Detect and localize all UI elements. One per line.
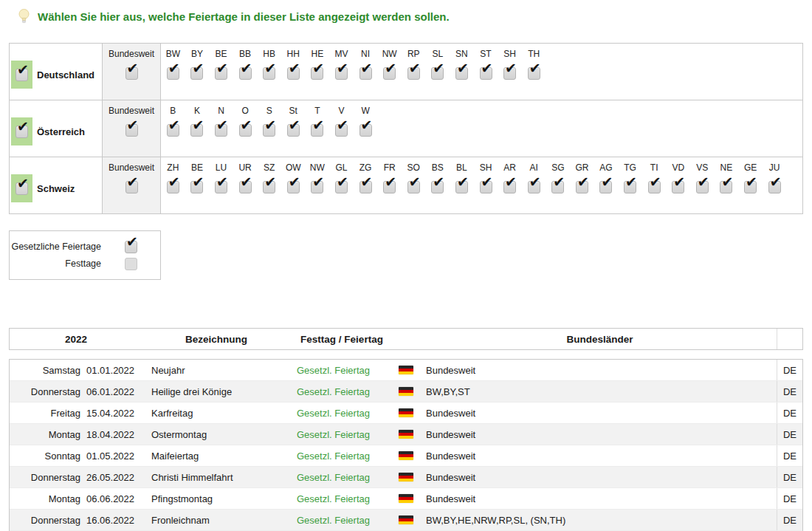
region-checkbox[interactable]: ✔ xyxy=(359,67,372,80)
check-icon: ✔ xyxy=(409,61,421,75)
option-checkbox[interactable] xyxy=(125,258,137,270)
region-checkbox[interactable]: ✔ xyxy=(239,124,252,137)
region-checkbox[interactable]: ✔ xyxy=(263,67,275,80)
region-checkbox[interactable]: ✔ xyxy=(624,181,636,193)
check-icon: ✔ xyxy=(127,61,139,75)
region-checkbox[interactable]: ✔ xyxy=(768,181,781,193)
region-checkbox[interactable]: ✔ xyxy=(744,181,757,193)
region-label: W xyxy=(361,106,369,116)
region-checkbox[interactable]: ✔ xyxy=(528,181,540,193)
country-checkbox[interactable]: ✔ xyxy=(16,182,28,195)
region-checkbox[interactable]: ✔ xyxy=(239,67,252,80)
region-checkbox[interactable]: ✔ xyxy=(431,67,444,80)
country-checkbox[interactable]: ✔ xyxy=(16,69,28,81)
region-cell: LU✔ xyxy=(209,162,233,213)
region-checkbox[interactable]: ✔ xyxy=(335,67,348,80)
region-label: BE xyxy=(191,162,203,173)
region-checkbox[interactable]: ✔ xyxy=(480,67,492,80)
region-checkbox[interactable]: ✔ xyxy=(503,181,516,193)
region-checkbox[interactable]: ✔ xyxy=(551,181,564,193)
region-checkbox[interactable]: ✔ xyxy=(503,67,516,80)
region-label: TH xyxy=(528,49,540,59)
country-cell: ✔Deutschland xyxy=(10,44,103,100)
region-checkbox[interactable]: ✔ xyxy=(696,181,709,193)
check-icon: ✔ xyxy=(481,61,493,75)
region-checkbox[interactable]: ✔ xyxy=(215,67,227,80)
holiday-country-code: DE xyxy=(777,424,802,445)
holiday-date: 06.01.2022 xyxy=(86,386,145,397)
region-checkbox[interactable]: ✔ xyxy=(263,181,275,193)
region-checkbox[interactable]: ✔ xyxy=(455,67,468,80)
bundesweit-checkbox[interactable]: ✔ xyxy=(125,67,138,80)
region-checkbox[interactable]: ✔ xyxy=(359,124,372,137)
check-icon: ✔ xyxy=(529,175,541,189)
check-icon: ✔ xyxy=(126,235,138,249)
region-label: O xyxy=(241,106,248,116)
region-checkbox[interactable]: ✔ xyxy=(311,124,323,137)
region-checkbox[interactable]: ✔ xyxy=(407,181,420,193)
region-checkbox[interactable]: ✔ xyxy=(335,181,348,193)
region-checkbox[interactable]: ✔ xyxy=(311,67,323,80)
holiday-weekday: Sonntag xyxy=(10,451,80,462)
region-checkbox[interactable]: ✔ xyxy=(599,181,612,193)
region-label: SH xyxy=(503,49,516,59)
region-cell: GE✔ xyxy=(738,162,763,213)
holiday-date: 01.05.2022 xyxy=(86,451,145,462)
region-checkbox[interactable]: ✔ xyxy=(167,181,179,193)
region-checkbox[interactable]: ✔ xyxy=(648,181,661,193)
region-checkbox[interactable]: ✔ xyxy=(167,67,179,80)
holiday-country-code: DE xyxy=(777,488,802,509)
flag-stripe-gold xyxy=(399,393,413,396)
region-checkbox[interactable]: ✔ xyxy=(359,181,372,193)
region-checkbox[interactable]: ✔ xyxy=(576,181,588,193)
region-checkbox[interactable]: ✔ xyxy=(263,124,275,137)
check-icon: ✔ xyxy=(192,118,204,132)
region-checkbox[interactable]: ✔ xyxy=(287,67,300,80)
region-checkbox[interactable]: ✔ xyxy=(455,181,468,193)
check-icon: ✔ xyxy=(337,61,348,75)
region-label: ST xyxy=(480,49,491,59)
check-icon: ✔ xyxy=(577,175,589,189)
region-checkbox[interactable]: ✔ xyxy=(215,181,227,193)
holiday-row: Montag18.04.2022OstermontagGesetzl. Feie… xyxy=(10,424,802,445)
region-checkbox[interactable]: ✔ xyxy=(431,181,444,193)
region-label: TG xyxy=(624,162,636,173)
region-checkbox[interactable]: ✔ xyxy=(190,67,203,80)
region-cell: UR✔ xyxy=(233,162,258,213)
region-checkbox[interactable]: ✔ xyxy=(287,181,300,193)
region-label: ZH xyxy=(167,162,179,173)
holiday-country-code: DE xyxy=(777,381,802,402)
holiday-row: Donnerstag06.01.2022Heilige drei KönigeG… xyxy=(10,381,802,402)
region-cell: W✔ xyxy=(354,106,378,157)
region-checkbox[interactable]: ✔ xyxy=(672,181,684,193)
region-checkbox[interactable]: ✔ xyxy=(239,181,252,193)
option-checkbox[interactable]: ✔ xyxy=(125,241,137,253)
region-checkbox[interactable]: ✔ xyxy=(311,181,323,193)
region-label: V xyxy=(338,106,344,116)
region-checkbox[interactable]: ✔ xyxy=(720,181,732,193)
region-checkbox[interactable]: ✔ xyxy=(287,124,300,137)
region-checkbox[interactable]: ✔ xyxy=(407,67,420,80)
region-checkbox[interactable]: ✔ xyxy=(215,124,227,137)
region-label: FR xyxy=(384,162,396,173)
country-filter-table: ✔DeutschlandBundesweit✔BW✔BY✔BE✔BB✔HB✔HH… xyxy=(9,43,803,214)
germany-flag-icon xyxy=(399,494,413,503)
region-checkbox[interactable]: ✔ xyxy=(383,181,396,193)
region-checkbox[interactable]: ✔ xyxy=(528,67,540,80)
check-icon: ✔ xyxy=(650,175,661,189)
germany-flag-icon xyxy=(399,515,413,524)
region-checkbox[interactable]: ✔ xyxy=(190,124,203,137)
bundesweit-checkbox[interactable]: ✔ xyxy=(125,181,138,193)
region-checkbox[interactable]: ✔ xyxy=(383,67,396,80)
check-icon: ✔ xyxy=(529,61,541,75)
region-checkbox[interactable]: ✔ xyxy=(335,124,348,137)
country-checkbox[interactable]: ✔ xyxy=(16,126,28,138)
bundesweit-checkbox[interactable]: ✔ xyxy=(125,124,138,137)
region-checkbox[interactable]: ✔ xyxy=(167,124,179,137)
holiday-name: Pfingstmontag xyxy=(151,493,297,504)
holiday-type: Gesetzl. Feiertag xyxy=(297,472,399,483)
holiday-name: Karfreitag xyxy=(151,408,297,419)
region-checkbox[interactable]: ✔ xyxy=(480,181,492,193)
region-checkbox[interactable]: ✔ xyxy=(190,181,203,193)
region-label: SL xyxy=(432,49,443,59)
